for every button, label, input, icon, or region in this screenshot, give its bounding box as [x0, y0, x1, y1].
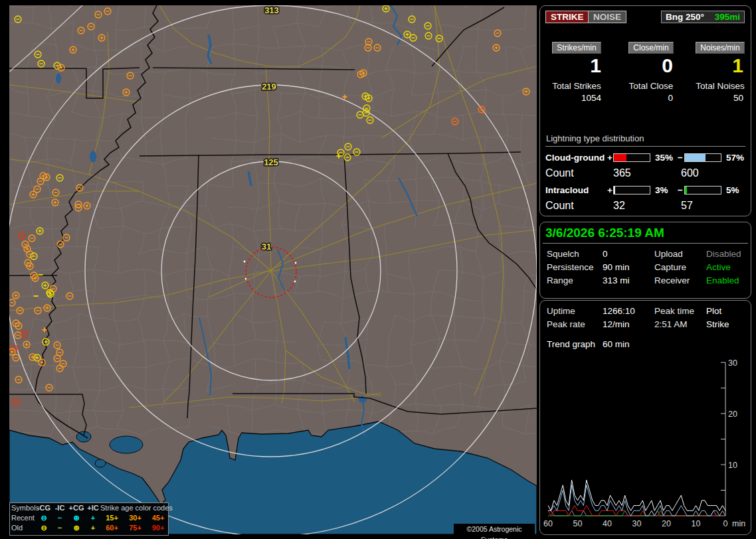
distribution-type-label: Cloud-ground	[545, 153, 607, 163]
stat-value: Plot	[706, 306, 751, 319]
setting-label: Persistence	[547, 262, 603, 275]
setting-state: Enabled	[706, 275, 751, 289]
system-status-panel: 3/6/2026 6:25:19 AM Squelch0UploadDisabl…	[539, 222, 751, 299]
ring-label: 219	[262, 82, 276, 92]
trend-x-tick-label: 10	[692, 519, 701, 528]
count-row: Count365600	[545, 167, 745, 179]
setting-value: 0	[603, 249, 654, 262]
setting-state: Disabled	[706, 249, 751, 262]
stat-label: Peak rate	[547, 319, 603, 333]
percent-bar-positive	[613, 186, 650, 194]
rate-label-button[interactable]: Close/min	[628, 42, 673, 54]
legend-row-name: Old	[11, 523, 35, 533]
trend-y-tick-label: 30	[728, 359, 737, 368]
stat-label: Uptime	[547, 306, 603, 319]
positive-count: 365	[613, 167, 681, 179]
rate-value: 1	[548, 54, 605, 78]
total-label: Total Noises	[693, 81, 747, 91]
setting-label: Receiver	[654, 275, 706, 289]
ring-label: 313	[264, 5, 279, 15]
setting-label: Squelch	[547, 249, 603, 262]
stats-row: Uptime1266:10Peak timePlot	[547, 306, 751, 319]
legend-age-code: 30+	[124, 513, 147, 523]
plus-sign: +	[607, 185, 613, 195]
distribution-type-label: Intracloud	[545, 185, 607, 195]
positive-count: 32	[613, 200, 681, 212]
rate-label-button[interactable]: Noises/min	[696, 42, 744, 54]
county-line	[504, 114, 522, 115]
coastal-lake	[95, 459, 106, 467]
status-row: Persistence90 minCaptureActive	[547, 262, 751, 275]
map-canvas[interactable]: 31125219313 Symbols-CG-IC+CG+ICStrike ag…	[9, 5, 537, 534]
trend-series-green	[548, 510, 725, 516]
negative-percent: 5%	[724, 185, 745, 195]
legend-strike-symbol: +	[86, 513, 100, 523]
legend-strike-symbol: −	[52, 523, 67, 533]
lightning-map[interactable]: 31125219313	[9, 5, 537, 534]
legend-age-header: Strike age color codes	[100, 503, 169, 513]
rate-value: 1	[693, 54, 747, 78]
status-row: Squelch0UploadDisabled	[547, 249, 751, 262]
legend-strike-symbol: ⊖	[35, 523, 52, 533]
map-legend: Symbols-CG-IC+CG+ICStrike age color code…	[9, 502, 169, 536]
bearing-range-value: 395mi	[715, 12, 740, 22]
total-value: 1054	[548, 93, 605, 103]
negative-count: 600	[681, 167, 745, 179]
legend-header: +IC	[86, 503, 100, 513]
legend-age-code: 15+	[100, 513, 124, 523]
trend-x-unit-label: min	[732, 519, 745, 528]
stat-value: Strike	[706, 319, 751, 333]
stat-value: 12/min	[603, 319, 654, 333]
trend-y-tick-label: 20	[728, 410, 737, 419]
oxbow-lake	[56, 73, 61, 84]
stat-value: 1266:10	[603, 306, 654, 319]
counter-column: Strikes/min1Total Strikes1054	[548, 42, 605, 103]
legend-header: -IC	[52, 503, 67, 513]
setting-label: Capture	[654, 262, 706, 275]
oxbow-lake	[90, 151, 96, 163]
bearing-display: Bng 250° 395mi	[661, 11, 745, 23]
setting-value: 90 min	[603, 262, 654, 275]
trend-x-tick-label: 20	[662, 519, 671, 528]
bar-fill	[685, 154, 706, 161]
percent-bar-positive	[613, 153, 650, 162]
trend-y-tick-label: 10	[728, 461, 737, 470]
strike-button[interactable]: STRIKE	[545, 11, 589, 23]
trend-x-tick-label: 60	[543, 519, 553, 528]
count-row: Count3257	[545, 200, 745, 212]
setting-state: Active	[706, 262, 751, 275]
setting-label: Upload	[654, 249, 706, 262]
bar-fill	[685, 187, 687, 194]
legend-age-code: 90+	[147, 523, 169, 533]
lightning-distribution: Lightning type distribution Cloud-ground…	[545, 133, 745, 212]
trend-graph-label: Trend graph	[547, 339, 603, 349]
legend-header: +CG	[67, 503, 86, 513]
app-window: 31125219313 Symbols-CG-IC+CG+ICStrike ag…	[0, 0, 756, 539]
trend-x-tick-label: 30	[632, 519, 642, 528]
rate-label-button[interactable]: Strikes/min	[552, 42, 601, 54]
setting-value: 313 mi	[603, 275, 654, 289]
bar-fill	[614, 187, 615, 194]
bearing-label: Bng 250°	[666, 12, 704, 22]
total-value: 50	[693, 93, 747, 103]
trend-graph-window: 60 min	[603, 339, 751, 349]
trend-x-tick-label: 50	[573, 519, 583, 528]
legend-strike-symbol: −	[52, 513, 67, 523]
ring-label: 125	[264, 157, 278, 167]
trend-x-tick-label: 40	[603, 519, 612, 528]
legend-strike-symbol: ⊕	[67, 523, 86, 533]
legend-age-code: 60+	[100, 523, 124, 533]
legend-header: -CG	[35, 503, 52, 513]
trend-series-magenta	[548, 510, 725, 516]
datetime-display: 3/6/2026 6:25:19 AM	[540, 222, 751, 243]
distribution-row: Cloud-ground+35%−57%	[545, 153, 745, 163]
rate-value: 0	[625, 54, 677, 78]
plus-sign: +	[607, 153, 613, 163]
noise-button[interactable]: NOISE	[588, 11, 626, 23]
negative-count: 57	[681, 200, 745, 212]
legend-age-code: 45+	[147, 513, 169, 523]
counter-column: Noises/min1Total Noises50	[693, 42, 747, 103]
total-label: Total Close	[625, 81, 677, 91]
stat-label: Peak time	[654, 306, 706, 319]
legend-row-name: Recent	[11, 513, 35, 523]
